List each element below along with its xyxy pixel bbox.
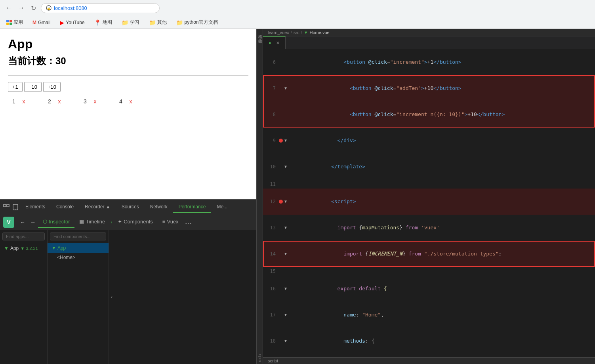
- inspector-icon: ⬡: [43, 219, 47, 225]
- list-delete-4[interactable]: x: [127, 98, 135, 105]
- component-home[interactable]: <Home>: [48, 253, 109, 262]
- app-vue-icon: ▼: [4, 246, 9, 251]
- breadcrumb-sep1: /: [291, 30, 292, 35]
- increment-n-button[interactable]: +10: [43, 82, 61, 92]
- code-line-16: 16 ▼ export default {: [263, 276, 595, 302]
- list-delete-1[interactable]: x: [20, 98, 28, 105]
- components-icon: ✦: [118, 219, 122, 225]
- breadcrumb-src: src: [294, 30, 299, 35]
- gutter-19: 19 ▼: [263, 354, 292, 357]
- code-line-12: 12 ▼ <script>: [263, 189, 595, 215]
- svg-text:🔒: 🔒: [47, 6, 51, 10]
- bookmark-youtube[interactable]: ▶ YouTube: [57, 19, 87, 27]
- bookmarks-bar: 应用 M Gmail ▶ YouTube 📍 地图 📁 学习 📁 其他: [0, 16, 595, 29]
- bookmark-study[interactable]: 📁 学习: [119, 18, 142, 27]
- vue-tab-vuex[interactable]: ≡ Vuex: [158, 216, 183, 228]
- code-line-6: 6 <button @click="increment">+1</button>: [263, 49, 595, 75]
- vue-tab-timeline[interactable]: ▦ Timeline: [74, 216, 110, 228]
- reload-button[interactable]: ↻: [29, 3, 38, 13]
- vue-tab-inspector[interactable]: ⬡ Inspector: [38, 216, 74, 228]
- bookmark-youtube-label: YouTube: [66, 20, 84, 25]
- code-line-18: 18 ▼ methods: {: [263, 328, 595, 354]
- vue-logo: V: [3, 217, 14, 228]
- vue-devtools-bar: V ← → ⬡ Inspector ▦ Timeline › ✦: [0, 214, 256, 230]
- devtools-inspect-btn[interactable]: [2, 202, 11, 212]
- list-delete-3[interactable]: x: [91, 98, 99, 105]
- tab-more[interactable]: Me...: [211, 202, 233, 213]
- svg-rect-3: [7, 204, 9, 207]
- forward-button[interactable]: →: [17, 3, 26, 13]
- tree-arrow-icon: ▼: [51, 245, 56, 251]
- tab-performance[interactable]: Performance: [173, 202, 212, 213]
- find-apps-input[interactable]: [2, 233, 45, 240]
- bookmark-python[interactable]: 📁 python官方文档: [174, 18, 220, 27]
- url-display: localhost:8080: [54, 5, 87, 11]
- file-status-icon: ●: [269, 40, 271, 45]
- panel-collapse-button[interactable]: ‹: [109, 230, 114, 364]
- bookmark-maps[interactable]: 📍 地图: [92, 18, 114, 27]
- breakpoint-12[interactable]: [279, 200, 283, 204]
- timeline-icon: ▦: [79, 219, 84, 225]
- breadcrumb-filename: Home.vue: [310, 30, 330, 35]
- page-title: App: [8, 37, 248, 51]
- tab-separator: ›: [111, 219, 112, 225]
- bookmark-gmail[interactable]: M Gmail: [30, 19, 53, 26]
- increment-1-button[interactable]: +1: [8, 82, 23, 92]
- editor-tab-close[interactable]: ✕: [276, 40, 280, 46]
- component-app[interactable]: ▼ App: [48, 243, 109, 253]
- devtools-device-btn[interactable]: [11, 202, 20, 212]
- bookmark-maps-label: 地图: [103, 19, 112, 26]
- gutter-11: 11: [263, 180, 292, 189]
- vue-back-button[interactable]: ←: [17, 217, 28, 227]
- vue-devtools-content: ▼ App ▼ 3.2.31 ▼ App: [0, 230, 256, 364]
- vertical-label-shoucang1[interactable]: 收藏: [256, 34, 263, 38]
- component-tree-panel: ▼ App <Home>: [48, 230, 109, 364]
- gutter-17: 17 ▼: [263, 302, 292, 328]
- bookmark-other-label: 其他: [157, 19, 167, 26]
- breakpoint-9[interactable]: [279, 139, 283, 143]
- find-components-input[interactable]: [50, 233, 106, 240]
- vertical-label-npm[interactable]: npm: [257, 352, 263, 364]
- vertical-sidebar-strip: 结构 收藏 npm: [257, 29, 263, 364]
- browser-nav-bar: ← → ↻ 🔒 localhost:8080: [0, 0, 595, 16]
- code-line-19: 19 ▼ // increment () {: [263, 354, 595, 357]
- component-app-label: App: [57, 245, 66, 251]
- svg-rect-2: [4, 204, 6, 207]
- breadcrumb-sep2: /: [301, 30, 302, 35]
- app-entry[interactable]: ▼ App ▼ 3.2.31: [0, 243, 47, 253]
- collapse-arrow-icon: ‹: [111, 294, 113, 300]
- tab-recorder[interactable]: Recorder ▲: [79, 202, 116, 213]
- editor-breadcrumb: learn_vuex / src / ▼ Home.vue: [263, 29, 595, 36]
- tab-elements[interactable]: Elements: [20, 202, 51, 213]
- list-item-3: 3: [79, 98, 91, 105]
- vuex-cut-indicator: …: [185, 218, 192, 226]
- code-line-11: 11: [263, 180, 595, 189]
- list-delete-2[interactable]: x: [55, 98, 63, 105]
- add-ten-button[interactable]: +10: [24, 82, 42, 92]
- list-row: 1 x 2 x 3 x 4 x: [8, 98, 248, 105]
- bookmark-python-label: python官方文档: [185, 19, 218, 26]
- code-line-8: 8 <button @click="increment_n({n: 10})">…: [263, 101, 595, 128]
- vertical-label-jiegou[interactable]: 结构: [256, 29, 263, 34]
- tab-sources[interactable]: Sources: [116, 202, 145, 213]
- gutter-10: 10 ▼: [263, 154, 292, 180]
- editor-tab-home-vue[interactable]: ● ✕: [263, 36, 286, 49]
- tab-network[interactable]: Network: [145, 202, 173, 213]
- address-bar[interactable]: 🔒 localhost:8080: [41, 3, 160, 13]
- vue-forward-button[interactable]: →: [28, 217, 38, 227]
- bookmark-study-label: 学习: [130, 19, 139, 26]
- list-item-4: 4: [115, 98, 127, 105]
- vertical-label-shoucang2-area: npm: [257, 352, 263, 364]
- device-icon: [13, 204, 18, 210]
- gutter-8: 8: [263, 101, 292, 128]
- breadcrumb-file: ▼: [304, 30, 308, 35]
- vue-tab-components[interactable]: ✦ Components: [113, 216, 158, 228]
- bookmark-apps[interactable]: 应用: [4, 18, 25, 27]
- bookmark-other[interactable]: 📁 其他: [147, 18, 169, 27]
- editor-status-bar: script: [263, 357, 595, 364]
- bookmark-apps-label: 应用: [13, 19, 23, 26]
- back-button[interactable]: ←: [4, 3, 13, 13]
- gutter-14: 14 ▼: [263, 241, 292, 267]
- tab-console[interactable]: Console: [51, 202, 79, 213]
- gutter-16: 16 ▼: [263, 276, 292, 302]
